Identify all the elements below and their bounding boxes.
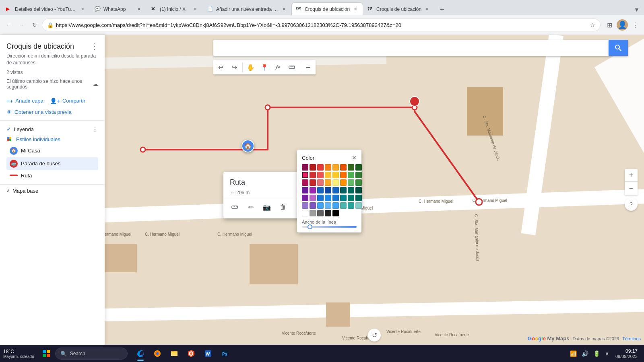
legend-ruta[interactable]: Ruta xyxy=(6,170,98,181)
color-swatch[interactable] xyxy=(340,172,347,178)
tab-croquis-close[interactable]: ✕ xyxy=(352,6,359,12)
hand-tool-button[interactable]: ✋ xyxy=(244,61,257,74)
measure-action[interactable] xyxy=(228,201,241,214)
undo-button[interactable]: ↩ xyxy=(214,61,227,74)
color-swatch[interactable] xyxy=(317,172,324,178)
color-swatch[interactable] xyxy=(340,179,347,186)
color-swatch[interactable] xyxy=(340,202,347,209)
color-swatch-white[interactable] xyxy=(302,210,308,216)
network-icon[interactable]: 📶 xyxy=(568,349,578,358)
new-tab-button[interactable]: + xyxy=(436,4,448,15)
color-swatch[interactable] xyxy=(332,164,339,171)
color-swatch[interactable] xyxy=(332,195,339,201)
color-swatch[interactable] xyxy=(302,179,308,186)
taskbar-brave[interactable] xyxy=(183,346,199,362)
color-swatch[interactable] xyxy=(348,195,354,201)
color-swatch[interactable] xyxy=(355,172,362,178)
taskbar-files[interactable] xyxy=(166,346,182,362)
color-swatch[interactable] xyxy=(348,187,354,193)
color-swatch[interactable] xyxy=(325,195,331,201)
back-button[interactable]: ← xyxy=(3,19,14,31)
color-swatch[interactable] xyxy=(348,179,354,186)
line-tool-button[interactable]: ━ xyxy=(302,61,315,74)
color-swatch[interactable] xyxy=(348,164,354,171)
base-map-header[interactable]: ∧ Mapa base xyxy=(6,188,98,194)
color-swatch[interactable] xyxy=(317,195,324,201)
color-swatch[interactable] xyxy=(310,210,316,216)
legend-parada-buses[interactable]: 🚌 Parada de buses xyxy=(6,157,98,170)
color-swatch[interactable] xyxy=(332,202,339,209)
color-swatch[interactable] xyxy=(302,195,308,201)
color-swatch[interactable] xyxy=(325,210,331,216)
preview-button[interactable]: 👁 Obtener una vista previa xyxy=(6,107,98,117)
legend-mi-casa[interactable]: 🏠 Mi Casa xyxy=(6,144,98,157)
color-swatch[interactable] xyxy=(317,202,324,209)
color-swatch-black[interactable] xyxy=(332,210,339,216)
color-swatch[interactable] xyxy=(332,179,339,186)
bookmark-icon[interactable]: ☆ xyxy=(590,22,595,28)
draw-tool-button[interactable] xyxy=(272,61,285,74)
color-swatch[interactable] xyxy=(302,202,308,209)
color-swatch[interactable] xyxy=(310,179,316,186)
tab-croquis2-close[interactable]: ✕ xyxy=(424,6,430,12)
color-swatch[interactable] xyxy=(310,172,316,178)
tab-twitter-close[interactable]: ✕ xyxy=(192,6,198,12)
color-swatch[interactable] xyxy=(325,187,331,193)
color-swatch[interactable] xyxy=(325,202,331,209)
volume-icon[interactable]: 🔊 xyxy=(580,349,590,358)
zoom-out-button[interactable]: − xyxy=(625,182,638,195)
color-swatch[interactable] xyxy=(340,195,347,201)
home-marker[interactable]: 🏠 xyxy=(242,140,254,152)
tab-croquis-active[interactable]: 🗺 Croquis de ubicación ✕ xyxy=(291,2,363,15)
color-swatch[interactable] xyxy=(340,164,347,171)
redo-button[interactable]: ↪ xyxy=(228,61,241,74)
taskbar-word[interactable]: W xyxy=(200,346,216,362)
color-swatch[interactable] xyxy=(348,172,354,178)
reload-button[interactable]: ↻ xyxy=(29,19,40,31)
ruler-tool-button[interactable] xyxy=(285,61,298,74)
edit-action[interactable]: ✏ xyxy=(244,201,257,214)
color-swatch[interactable] xyxy=(325,172,331,178)
photo-action[interactable]: 📷 xyxy=(260,201,273,214)
address-bar[interactable]: 🔒 https://www.google.com/maps/d/edit?hl=… xyxy=(42,19,601,31)
color-swatch[interactable] xyxy=(310,202,316,209)
color-swatch[interactable] xyxy=(317,164,324,171)
color-picker-close[interactable]: ✕ xyxy=(352,154,357,161)
forward-button[interactable]: → xyxy=(16,19,27,31)
color-swatch[interactable] xyxy=(310,187,316,193)
menu-button[interactable]: ⋮ xyxy=(630,19,641,31)
tab-youtube-close[interactable]: ✕ xyxy=(79,6,86,12)
tab-entrada[interactable]: 📄 Añadir una nueva entrada · El... ✕ xyxy=(203,2,291,15)
zoom-in-button[interactable]: + xyxy=(625,169,638,182)
map-search-input[interactable] xyxy=(213,40,609,56)
start-button[interactable] xyxy=(39,346,54,361)
color-swatch[interactable] xyxy=(317,210,324,216)
taskbar-edge[interactable] xyxy=(132,346,149,362)
color-swatch[interactable] xyxy=(325,164,331,171)
color-swatch[interactable] xyxy=(317,179,324,186)
terms-link[interactable]: Términos xyxy=(622,336,641,341)
color-swatch[interactable] xyxy=(355,179,362,186)
tab-youtube[interactable]: ▶ Detalles del video - YouTube St... ✕ xyxy=(2,2,90,15)
tab-overflow-button[interactable]: ▼ xyxy=(631,4,642,15)
marker-tool-button[interactable]: 📍 xyxy=(258,61,271,74)
profile-button[interactable]: 👤 xyxy=(617,19,628,31)
share-button[interactable]: 👤+ Compartir xyxy=(50,96,85,106)
color-swatch[interactable] xyxy=(355,195,362,201)
tab-whatsapp-close[interactable]: ✕ xyxy=(136,6,142,12)
tab-whatsapp[interactable]: 💬 WhatsApp ✕ xyxy=(90,2,147,15)
legend-more-icon[interactable]: ⋮ xyxy=(92,125,98,133)
taskbar-search[interactable]: 🔍 Search xyxy=(55,348,128,360)
expand-tray-icon[interactable]: ∧ xyxy=(603,349,611,358)
tab-twitter[interactable]: ✕ (1) Inicio / X ✕ xyxy=(147,2,203,15)
color-swatch[interactable] xyxy=(332,172,339,178)
color-swatch[interactable] xyxy=(310,164,316,171)
color-swatch[interactable] xyxy=(325,179,331,186)
taskbar-firefox[interactable] xyxy=(149,346,165,362)
extensions-button[interactable]: ⊞ xyxy=(604,19,615,31)
line-width-slider[interactable] xyxy=(302,226,357,228)
color-swatch[interactable] xyxy=(355,187,362,193)
map-area[interactable]: C. Sta. Marianita de Jesús C. Hermano Mi… xyxy=(105,35,644,345)
color-swatch[interactable] xyxy=(317,187,324,193)
taskbar-clock[interactable]: 09:17 09/09/2023 xyxy=(612,348,641,359)
